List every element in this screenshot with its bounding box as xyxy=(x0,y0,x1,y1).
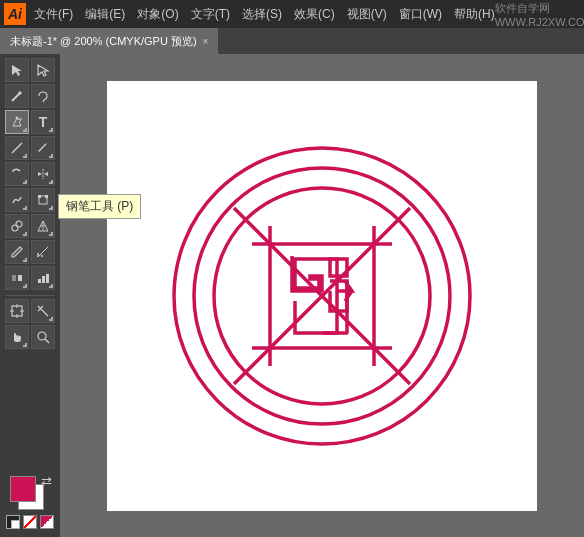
slice-tool[interactable] xyxy=(31,299,55,323)
color-section: ⇄ xyxy=(3,472,57,533)
shape-builder-tool[interactable] xyxy=(5,214,29,238)
svg-rect-7 xyxy=(45,195,48,198)
tool-row-4 xyxy=(3,136,57,160)
menu-effect[interactable]: 效果(C) xyxy=(294,6,335,23)
svg-line-2 xyxy=(12,143,22,153)
menu-object[interactable]: 对象(O) xyxy=(137,6,178,23)
tool-row-hand xyxy=(3,325,57,349)
menu-text[interactable]: 文字(T) xyxy=(191,6,230,23)
direct-selection-tool[interactable] xyxy=(31,58,55,82)
main-area: T xyxy=(0,54,584,537)
tool-row-pen: T xyxy=(3,110,57,134)
blend-tool[interactable] xyxy=(5,266,29,290)
menu-select[interactable]: 选择(S) xyxy=(242,6,282,23)
reflect-tool[interactable] xyxy=(31,162,55,186)
tool-row-5 xyxy=(3,162,57,186)
svg-rect-6 xyxy=(38,195,41,198)
svg-point-25 xyxy=(38,332,46,340)
svg-line-12 xyxy=(38,247,48,257)
hand-tool[interactable] xyxy=(5,325,29,349)
magic-wand-tool[interactable] xyxy=(5,84,29,108)
tool-row-7 xyxy=(3,214,57,238)
tool-row-6 xyxy=(3,188,57,212)
toolbar: T xyxy=(0,54,60,537)
eyedropper-tool[interactable] xyxy=(5,240,29,264)
tool-row-1 xyxy=(3,58,57,82)
none-color-swatch[interactable] xyxy=(23,515,37,529)
menu-file[interactable]: 文件(F) xyxy=(34,6,73,23)
menu-view[interactable]: 视图(V) xyxy=(347,6,387,23)
perspective-grid-tool[interactable] xyxy=(31,214,55,238)
menu-help[interactable]: 帮助(H) xyxy=(454,6,495,23)
watermark: 软件自学网WWW.RJ2XW.COM xyxy=(495,1,584,28)
default-colors-icon[interactable] xyxy=(6,515,20,529)
svg-rect-19 xyxy=(46,274,49,283)
line-tool[interactable] xyxy=(5,136,29,160)
active-tab[interactable]: 未标题-1* @ 200% (CMYK/GPU 预览) × xyxy=(0,28,218,54)
menu-window[interactable]: 窗口(W) xyxy=(399,6,442,23)
svg-line-0 xyxy=(12,93,20,101)
menu-items[interactable]: 文件(F) 编辑(E) 对象(O) 文字(T) 选择(S) 效果(C) 视图(V… xyxy=(34,6,495,23)
foreground-color-swatch[interactable] xyxy=(10,476,36,502)
zoom-tool[interactable] xyxy=(31,325,55,349)
color-swatches: ⇄ xyxy=(10,476,50,512)
lasso-tool[interactable] xyxy=(31,84,55,108)
tab-label: 未标题-1* @ 200% (CMYK/GPU 预览) xyxy=(10,34,197,49)
free-transform-tool[interactable] xyxy=(31,188,55,212)
tool-row-2 xyxy=(3,84,57,108)
svg-rect-17 xyxy=(38,279,41,283)
tool-row-8 xyxy=(3,240,57,264)
tool-row-9 xyxy=(3,266,57,290)
rotate-tool[interactable] xyxy=(5,162,29,186)
selection-tool[interactable] xyxy=(5,58,29,82)
svg-rect-18 xyxy=(42,276,45,283)
measure-tool[interactable] xyxy=(31,240,55,264)
logo-artwork: .logo-stroke { fill: none; stroke: #cc11… xyxy=(162,136,482,456)
pen-tool[interactable] xyxy=(5,110,29,134)
tab-close-button[interactable]: × xyxy=(203,36,209,47)
svg-rect-16 xyxy=(18,275,22,281)
color-icon[interactable] xyxy=(40,515,54,529)
tab-bar: 未标题-1* @ 200% (CMYK/GPU 预览) × xyxy=(0,28,584,54)
svg-point-1 xyxy=(16,117,19,120)
tool-row-artboard xyxy=(3,299,57,323)
svg-rect-15 xyxy=(12,275,16,281)
tool-divider xyxy=(5,295,55,296)
canvas-white: .logo-stroke { fill: none; stroke: #cc11… xyxy=(107,81,537,511)
graph-tool[interactable] xyxy=(31,266,55,290)
svg-line-26 xyxy=(45,339,49,343)
warp-tool[interactable] xyxy=(5,188,29,212)
paintbrush-tool[interactable] xyxy=(31,136,55,160)
svg-point-9 xyxy=(16,221,22,227)
menu-bar: Ai 文件(F) 编辑(E) 对象(O) 文字(T) 选择(S) 效果(C) 视… xyxy=(0,0,584,28)
color-mode-row xyxy=(6,515,54,529)
canvas-area: .logo-stroke { fill: none; stroke: #cc11… xyxy=(60,54,584,537)
ai-logo-icon: Ai xyxy=(4,3,26,25)
menu-edit[interactable]: 编辑(E) xyxy=(85,6,125,23)
text-tool[interactable]: T xyxy=(31,110,55,134)
artboard-tool[interactable] xyxy=(5,299,29,323)
